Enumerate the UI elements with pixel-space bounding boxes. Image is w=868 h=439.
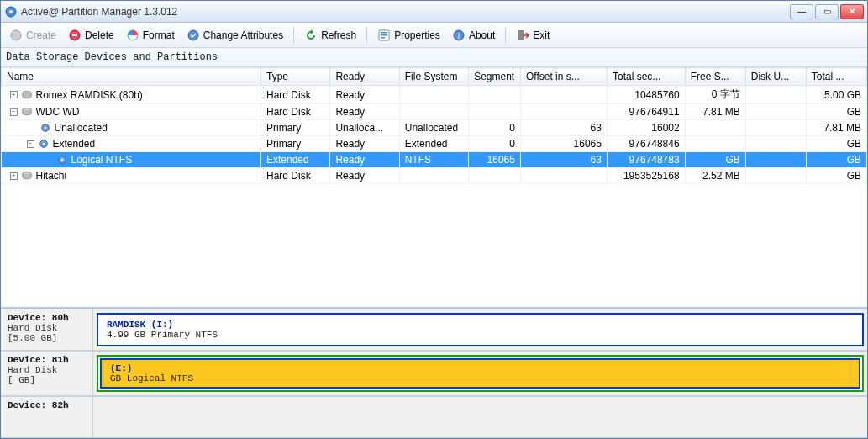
table-row[interactable]: −WDC WDHard DiskReady9767649117.81 MBGB	[2, 104, 867, 120]
partition-icon	[38, 138, 50, 150]
table-row[interactable]: +Romex RAMDISK (80h)Hard DiskReady104857…	[2, 86, 867, 104]
refresh-icon	[304, 29, 318, 42]
device-map: Device: 80hHard Disk[5.00 GB]RAMDISK (I:…	[1, 307, 867, 438]
svg-point-2	[11, 30, 21, 40]
format-button[interactable]: Format	[121, 26, 180, 45]
svg-point-1	[9, 10, 13, 13]
create-button: Create	[4, 26, 61, 45]
col-totalsec[interactable]: Total sec...	[607, 68, 685, 86]
table-row[interactable]: +HitachiHard DiskReady19535251682.52 MBG…	[2, 168, 867, 184]
titlebar: Active@ Partition Manager 1.3.012 — ▭ ✕	[1, 1, 867, 23]
create-icon	[9, 29, 23, 42]
app-icon	[4, 5, 18, 19]
device-header: Device: 80hHard Disk[5.00 GB]	[1, 309, 93, 350]
pane-label: Data Storage Devices and Partitions	[1, 48, 867, 67]
row-name: Hitachi	[36, 170, 67, 182]
svg-point-18	[42, 143, 45, 145]
col-ready[interactable]: Ready	[330, 68, 399, 86]
properties-button[interactable]: Properties	[372, 26, 445, 45]
close-button[interactable]: ✕	[840, 4, 864, 19]
device-body[interactable]	[93, 397, 867, 437]
tree-expander[interactable]: +	[10, 91, 18, 98]
column-headers[interactable]: Name Type Ready File System Segment Offs…	[2, 68, 867, 86]
svg-point-16	[44, 127, 46, 130]
col-segment[interactable]: Segment	[469, 68, 521, 86]
attributes-icon	[187, 29, 200, 42]
col-offset[interactable]: Offset in s...	[520, 68, 607, 86]
exit-button[interactable]: Exit	[511, 26, 555, 45]
maximize-button[interactable]: ▭	[815, 4, 839, 19]
svg-rect-9	[381, 37, 385, 39]
partition-icon	[39, 122, 51, 134]
delete-icon	[68, 29, 82, 42]
device-row: Device: 80hHard Disk[5.00 GB]RAMDISK (I:…	[1, 309, 867, 351]
partition-box[interactable]: (E:)GB Logical NTFS	[100, 358, 860, 389]
format-icon	[126, 29, 139, 42]
row-name: Unallocated	[55, 122, 108, 134]
col-total[interactable]: Total ...	[806, 68, 866, 86]
svg-point-20	[60, 159, 63, 161]
col-free[interactable]: Free S...	[685, 68, 745, 86]
device-header: Device: 82h	[1, 397, 93, 437]
exit-icon	[516, 29, 529, 42]
table-row[interactable]: Logical NTFSExtendedReadyNTFS16065639767…	[2, 152, 867, 168]
col-type[interactable]: Type	[261, 68, 330, 86]
device-header: Device: 81hHard Disk[ GB]	[1, 352, 93, 395]
delete-button[interactable]: Delete	[63, 26, 119, 45]
properties-icon	[377, 29, 391, 42]
row-name: Logical NTFS	[71, 154, 133, 166]
device-body[interactable]: (E:)GB Logical NTFS	[93, 352, 867, 395]
svg-text:i: i	[457, 31, 460, 40]
svg-rect-12	[518, 30, 524, 40]
minimize-button[interactable]: —	[790, 4, 813, 19]
refresh-button[interactable]: Refresh	[299, 26, 361, 45]
hard-disk-icon	[21, 106, 33, 118]
table-row[interactable]: UnallocatedPrimaryUnalloca...Unallocated…	[2, 120, 867, 136]
row-name: WDC WD	[36, 106, 80, 118]
hard-disk-icon	[21, 89, 33, 101]
col-disku[interactable]: Disk U...	[745, 68, 806, 86]
col-fs[interactable]: File System	[399, 68, 468, 86]
table-row[interactable]: −ExtendedPrimaryReadyExtended01606597674…	[2, 136, 867, 152]
hard-disk-icon	[21, 170, 33, 182]
row-name: Extended	[53, 138, 96, 150]
svg-rect-8	[381, 34, 387, 36]
svg-rect-7	[381, 32, 387, 34]
col-name[interactable]: Name	[2, 68, 261, 86]
tree-expander[interactable]: −	[27, 140, 34, 148]
row-name: Romex RAMDISK (80h)	[36, 89, 143, 101]
extended-container[interactable]: (E:)GB Logical NTFS	[97, 355, 864, 392]
window-title: Active@ Partition Manager 1.3.012	[21, 6, 790, 18]
device-row: Device: 81hHard Disk[ GB](E:)GB Logical …	[1, 351, 867, 396]
info-icon: i	[452, 29, 466, 42]
partition-grid[interactable]: Name Type Ready File System Segment Offs…	[1, 67, 867, 307]
tree-expander[interactable]: +	[10, 172, 18, 180]
partition-box[interactable]: RAMDISK (I:)4.99 GB Primary NTFS	[97, 313, 864, 346]
partition-icon	[56, 154, 68, 166]
tree-expander[interactable]: −	[10, 108, 18, 116]
about-button[interactable]: i About	[447, 26, 500, 45]
toolbar: Create Delete Format Change Attributes R…	[1, 23, 867, 48]
change-attributes-button[interactable]: Change Attributes	[181, 26, 288, 45]
device-body[interactable]: RAMDISK (I:)4.99 GB Primary NTFS	[93, 309, 867, 350]
device-row: Device: 82h	[1, 396, 867, 438]
